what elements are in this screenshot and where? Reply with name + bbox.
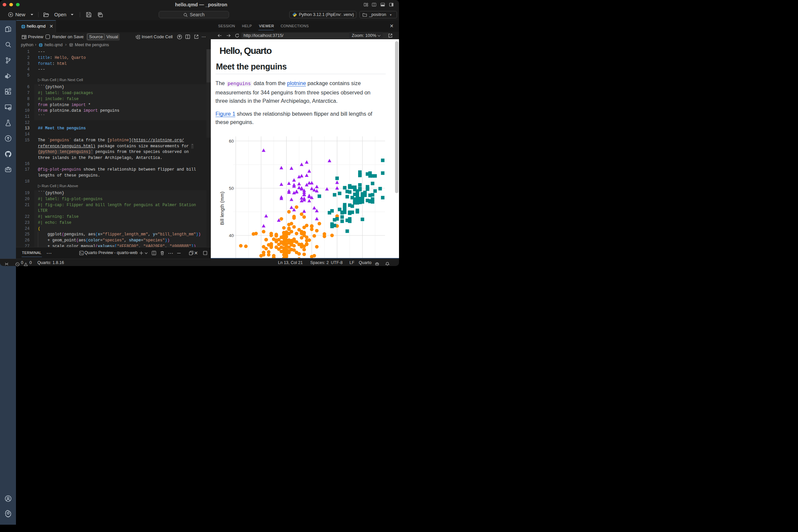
svg-text:Bill length (mm): Bill length (mm)	[220, 191, 225, 225]
svg-text:40: 40	[229, 233, 234, 238]
svg-text:50: 50	[229, 186, 234, 191]
svg-text:60: 60	[229, 138, 234, 143]
